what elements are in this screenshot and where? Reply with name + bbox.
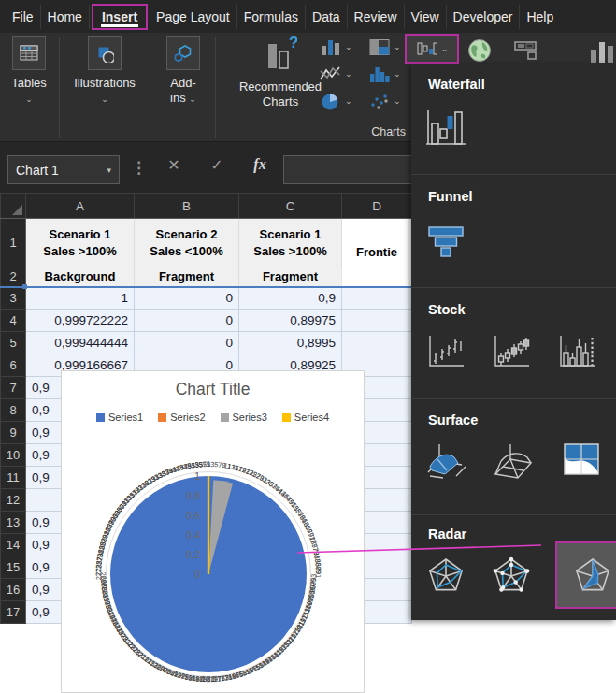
cell-B4[interactable]: 0 — [135, 310, 239, 332]
row-header-15[interactable]: 15 — [1, 556, 26, 579]
cell-C3[interactable]: 0,9 — [239, 287, 342, 310]
ribbon-tab-insert[interactable]: Insert — [92, 4, 148, 30]
chart-title[interactable]: Chart Title — [62, 380, 364, 399]
addins-icon — [166, 36, 200, 70]
ribbon-tab-page-layout[interactable]: Page Layout — [150, 5, 237, 29]
cell-D5[interactable] — [342, 332, 412, 354]
header-cell[interactable]: Fragment — [239, 267, 342, 287]
histogram-chart-button[interactable]: ⌄ — [368, 65, 401, 83]
ribbon-button-tables[interactable]: Tables⌄ — [0, 36, 71, 106]
chart-legend[interactable]: Series1Series2Series3Series4 — [62, 411, 364, 423]
ribbon-tab-view[interactable]: View — [405, 5, 447, 29]
row-header-6[interactable]: 6 — [1, 354, 26, 377]
name-box[interactable]: Chart 1 ▾ — [7, 155, 120, 184]
ribbon-button-addins[interactable]: Add-ins ⌄ — [141, 36, 225, 106]
row-header-3[interactable]: 3 — [1, 287, 26, 310]
row-header-4[interactable]: 4 — [1, 310, 26, 332]
legend-item-series4[interactable]: Series4 — [282, 411, 329, 423]
chart-type-stock-hlc[interactable] — [424, 330, 467, 371]
chart-type-radar-markers[interactable] — [490, 555, 533, 596]
ribbon-tab-review[interactable]: Review — [348, 5, 405, 29]
menu-section-title: Surface — [428, 412, 478, 427]
cell-A4[interactable]: 0,999722222 — [26, 310, 135, 332]
row-header-5[interactable]: 5 — [1, 332, 26, 354]
column-header-D[interactable]: D — [342, 194, 412, 219]
header-cell[interactable]: Fragment — [135, 267, 239, 287]
legend-label: Series1 — [108, 411, 143, 423]
cancel-entry-icon[interactable]: ✕ — [161, 156, 187, 174]
row-header-11[interactable]: 11 — [1, 467, 26, 489]
header-cell[interactable]: Background — [26, 267, 135, 287]
menu-icon-row — [424, 440, 604, 489]
name-box-dropdown-icon[interactable]: ▾ — [107, 166, 111, 174]
cell-D4[interactable] — [342, 310, 412, 332]
cell-B5[interactable]: 0 — [135, 332, 239, 354]
charts-group-label: Charts — [371, 125, 406, 138]
treemap-chart-button[interactable]: ⌄ — [368, 37, 401, 56]
cell-B3[interactable]: 0 — [135, 287, 239, 310]
header-cell[interactable]: Scenario 2Sales <100% — [135, 219, 239, 267]
scatter-chart-button[interactable]: ⌄ — [368, 92, 401, 110]
chart-type-surface-3d[interactable] — [424, 440, 469, 489]
cell-D3[interactable] — [342, 287, 412, 310]
cell-D1[interactable]: Frontie — [342, 219, 412, 287]
chart-type-stock-ohlc[interactable] — [490, 330, 533, 371]
ribbon-button-recommendedcharts[interactable]: ?RecommendedCharts — [238, 36, 322, 109]
line-chart-button[interactable]: ⌄ — [320, 65, 352, 83]
cell-C4[interactable]: 0,89975 — [239, 310, 342, 332]
button-label: Tables⌄ — [0, 76, 71, 106]
chart-object[interactable]: Chart Title Series1Series2Series3Series4… — [61, 370, 365, 693]
pie-chart-button[interactable]: ⌄ — [320, 92, 352, 110]
ribbon-tab-home[interactable]: Home — [41, 5, 90, 29]
menu-section-title: Waterfall — [428, 77, 485, 92]
row-header-1[interactable]: 1 — [1, 219, 26, 267]
waterfall-chart-button[interactable]: ⌄ — [405, 34, 459, 64]
row-header-14[interactable]: 14 — [1, 534, 26, 556]
chart-type-contour[interactable] — [559, 440, 604, 489]
row-header-16[interactable]: 16 — [1, 579, 26, 601]
column-header-C[interactable]: C — [239, 194, 342, 219]
chart-type-funnel[interactable] — [424, 222, 467, 259]
header-cell[interactable]: Scenario 1Sales >100% — [26, 219, 135, 267]
insert-function-icon[interactable]: fx — [247, 156, 273, 173]
legend-item-series3[interactable]: Series3 — [221, 411, 267, 423]
column-chart-button[interactable]: ⌄ — [320, 37, 352, 56]
legend-item-series2[interactable]: Series2 — [158, 411, 205, 423]
ribbon-tab-help[interactable]: Help — [520, 5, 560, 29]
row-header-9[interactable]: 9 — [1, 422, 26, 444]
screenshot-partial-button[interactable] — [591, 38, 616, 63]
cell-A3[interactable]: 1 — [26, 287, 135, 310]
menu-section-title: Stock — [428, 302, 466, 317]
row-header-17[interactable]: 17 — [1, 601, 26, 624]
header-cell[interactable]: Scenario 1Sales >100% — [239, 219, 342, 267]
chart-type-stock-vohlc[interactable] — [555, 330, 598, 371]
cell-C5[interactable]: 0,8995 — [239, 332, 342, 354]
ribbon-tab-data[interactable]: Data — [306, 5, 348, 29]
select-all-corner[interactable] — [1, 194, 26, 219]
map-globe-button[interactable] — [466, 38, 493, 63]
selection-handle[interactable] — [22, 284, 27, 289]
chart-type-surface-wireframe[interactable] — [492, 440, 537, 489]
column-header-A[interactable]: A — [26, 194, 135, 219]
column-header-B[interactable]: B — [135, 194, 239, 219]
legend-item-series1[interactable]: Series1 — [96, 411, 143, 423]
button-label: Add-ins ⌄ — [141, 76, 225, 106]
group-divider — [150, 37, 150, 138]
row-header-13[interactable]: 13 — [1, 512, 26, 534]
confirm-entry-icon[interactable]: ✓ — [204, 156, 230, 174]
menu-icon-row — [424, 330, 598, 371]
menu-section-title: Radar — [428, 527, 466, 541]
row-header-7[interactable]: 7 — [1, 377, 26, 399]
ribbon-tab-formulas[interactable]: Formulas — [237, 5, 306, 29]
pivotchart-button[interactable] — [513, 38, 539, 63]
chart-type-radar-filled[interactable] — [555, 541, 616, 609]
row-header-10[interactable]: 10 — [1, 444, 26, 467]
row-header-8[interactable]: 8 — [1, 399, 26, 422]
chart-type-waterfall-large[interactable] — [424, 105, 467, 150]
ribbon-tab-file[interactable]: File — [6, 5, 41, 29]
row-header-12[interactable]: 12 — [1, 489, 26, 512]
cell-A5[interactable]: 0,999444444 — [26, 332, 135, 354]
ribbon-button-illustrations[interactable]: Illustrations⌄ — [63, 36, 147, 106]
ribbon-tab-developer[interactable]: Developer — [447, 5, 521, 29]
chart-type-radar[interactable] — [424, 555, 467, 596]
